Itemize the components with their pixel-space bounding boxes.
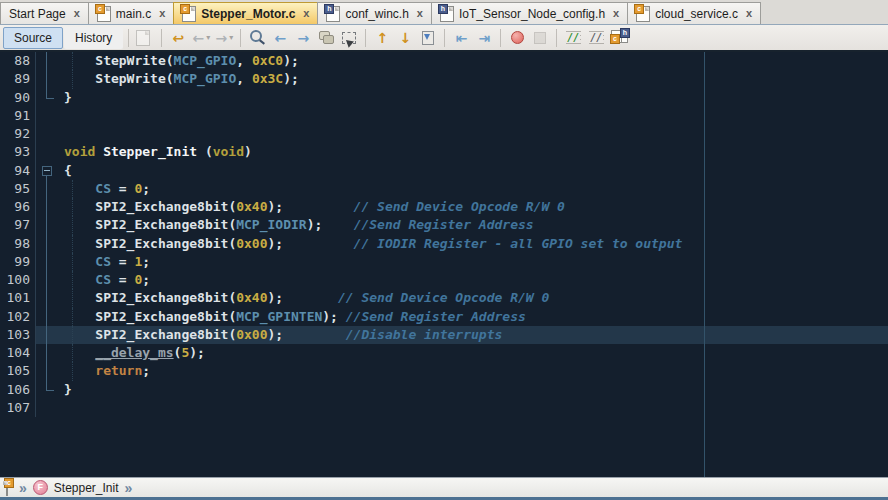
line-number[interactable]: 88: [0, 52, 36, 70]
code-line[interactable]: 103 SPI2_Exchange8bit(0x00); //Disable i…: [0, 326, 888, 344]
code-line[interactable]: 98 SPI2_Exchange8bit(0x00); // IODIR Reg…: [0, 235, 888, 253]
close-tab-icon[interactable]: x: [303, 8, 309, 19]
code-line[interactable]: 97 SPI2_Exchange8bit(MCP_IODIR); //Send …: [0, 216, 888, 234]
line-number[interactable]: 92: [0, 125, 36, 143]
uncomment-icon[interactable]: //: [585, 27, 607, 49]
line-number[interactable]: 101: [0, 289, 36, 307]
code-line[interactable]: 94{: [0, 162, 888, 180]
line-number[interactable]: 90: [0, 89, 36, 107]
code-lines: 88 StepWrite(MCP_GPIO, 0xC0);89 StepWrit…: [0, 52, 888, 417]
fold-indicator: [36, 216, 58, 234]
previous-bookmark-icon[interactable]: ↑: [371, 27, 393, 49]
line-number[interactable]: 102: [0, 308, 36, 326]
breadcrumb-function-name[interactable]: Stepper_Init: [54, 481, 119, 495]
close-tab-icon[interactable]: x: [613, 8, 619, 19]
toggle-header-source-icon[interactable]: ch: [608, 27, 630, 49]
line-number[interactable]: 89: [0, 70, 36, 88]
tab-cloud-service-c[interactable]: ccloud_service.cx: [627, 2, 761, 24]
code-line[interactable]: 96 SPI2_Exchange8bit(0x40); // Send Devi…: [0, 198, 888, 216]
line-number[interactable]: 94: [0, 162, 36, 180]
code-token: ;: [142, 254, 150, 269]
toolbar-separator: [240, 29, 241, 47]
code-token: CS: [95, 272, 111, 287]
code-line[interactable]: 107: [0, 399, 888, 417]
code-line[interactable]: 106}: [0, 381, 888, 399]
tab-label: cloud_service.c: [655, 7, 738, 21]
find-selection-icon[interactable]: [246, 27, 268, 49]
code-line[interactable]: 91: [0, 107, 888, 125]
code-line[interactable]: 104 __delay_ms(5);: [0, 344, 888, 362]
last-edit-position-icon[interactable]: ↩: [167, 27, 189, 49]
code-token: SPI2_Exchange8bit: [95, 199, 228, 214]
line-number[interactable]: 100: [0, 271, 36, 289]
shift-line-left-icon[interactable]: ⇤: [450, 27, 472, 49]
chevron-right-icon[interactable]: »: [125, 481, 133, 495]
code-editor[interactable]: 88 StepWrite(MCP_GPIO, 0xC0);89 StepWrit…: [0, 52, 888, 477]
code-line[interactable]: 90}: [0, 89, 888, 107]
shift-line-right-icon[interactable]: ⇥: [473, 27, 495, 49]
code-token: (: [197, 144, 213, 159]
code-token: ): [244, 144, 252, 159]
tab-stepper-motor-c[interactable]: cStepper_Motor.cx: [173, 2, 318, 24]
rectangular-selection-icon[interactable]: [338, 27, 360, 49]
fold-collapse-box-icon[interactable]: [42, 166, 52, 176]
line-number[interactable]: 104: [0, 344, 36, 362]
code-line[interactable]: 105 return;: [0, 362, 888, 380]
fold-indicator[interactable]: [36, 162, 58, 180]
comment-icon[interactable]: //: [562, 27, 584, 49]
tab-start-page[interactable]: Start Pagex: [0, 2, 89, 24]
line-number[interactable]: 96: [0, 198, 36, 216]
line-number[interactable]: 93: [0, 143, 36, 161]
close-tab-icon[interactable]: x: [74, 8, 80, 19]
chevron-right-icon[interactable]: »: [19, 481, 27, 495]
code-token: ;: [142, 363, 150, 378]
code-token: 0x00: [236, 236, 267, 251]
find-previous-occurrence-icon[interactable]: ←: [269, 27, 291, 49]
code-line[interactable]: 92: [0, 125, 888, 143]
source-view-button[interactable]: Source: [3, 27, 63, 49]
code-line[interactable]: 93void Stepper_Init (void): [0, 143, 888, 161]
code-token: SPI2_Exchange8bit: [95, 309, 228, 324]
history-view-button[interactable]: History: [64, 27, 123, 49]
line-number[interactable]: 95: [0, 180, 36, 198]
tab-conf-winc-h[interactable]: hconf_winc.hx: [317, 2, 432, 24]
toggle-bookmark-icon[interactable]: [417, 27, 439, 49]
find-next-occurrence-icon[interactable]: →: [292, 27, 314, 49]
code-token: (: [166, 53, 174, 68]
code-line[interactable]: 102 SPI2_Exchange8bit(MCP_GPINTEN); //Se…: [0, 308, 888, 326]
line-number[interactable]: 103: [0, 326, 36, 344]
line-number[interactable]: 106: [0, 381, 36, 399]
code-token: MCP_IODIR: [236, 217, 306, 232]
tab-bar: Start Pagexcmain.cxcStepper_Motor.cxhcon…: [0, 0, 888, 25]
line-number[interactable]: 105: [0, 362, 36, 380]
line-number[interactable]: 98: [0, 235, 36, 253]
toggle-highlight-search-icon[interactable]: [315, 27, 337, 49]
line-body: [36, 125, 888, 143]
line-number[interactable]: 91: [0, 107, 36, 125]
fold-indicator: [36, 107, 58, 125]
line-number[interactable]: 97: [0, 216, 36, 234]
line-number[interactable]: 107: [0, 399, 36, 417]
code-line[interactable]: 100 CS = 0;: [0, 271, 888, 289]
close-tab-icon[interactable]: x: [417, 8, 423, 19]
code-text: }: [58, 89, 888, 107]
next-bookmark-icon[interactable]: ↓: [394, 27, 416, 49]
toolbar-separator: [161, 29, 162, 47]
close-tab-icon[interactable]: x: [746, 8, 752, 19]
line-body: {: [36, 162, 888, 180]
code-line[interactable]: 99 CS = 1;: [0, 253, 888, 271]
code-line[interactable]: 95 CS = 0;: [0, 180, 888, 198]
code-token: ,: [236, 71, 252, 86]
start-macro-recording-icon[interactable]: [506, 27, 528, 49]
tab-main-c[interactable]: cmain.cx: [88, 2, 174, 24]
tab-iot-sensor-node-config-h[interactable]: hIoT_Sensor_Node_config.hx: [431, 2, 628, 24]
close-tab-icon[interactable]: x: [159, 8, 165, 19]
line-number[interactable]: 99: [0, 253, 36, 271]
fold-indicator: [36, 180, 58, 198]
code-line[interactable]: 101 SPI2_Exchange8bit(0x40); // Send Dev…: [0, 289, 888, 307]
fold-indicator: [36, 271, 58, 289]
code-line[interactable]: 89 StepWrite(MCP_GPIO, 0x3C);: [0, 70, 888, 88]
line-body: void Stepper_Init (void): [36, 143, 888, 161]
code-line[interactable]: 88 StepWrite(MCP_GPIO, 0xC0);: [0, 52, 888, 70]
code-text: CS = 1;: [58, 253, 888, 271]
